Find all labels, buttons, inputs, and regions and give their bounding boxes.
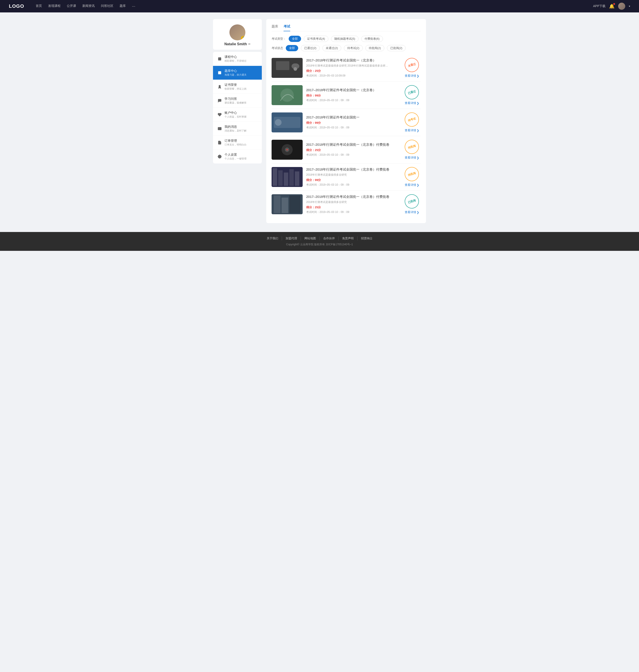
menu-subtitle-settings: 个人信息，一键管理 (224, 157, 258, 160)
tab-question-bank[interactable]: 题库 (271, 25, 278, 31)
svg-point-18 (280, 89, 294, 102)
nav-link-qa[interactable]: 问答社区 (101, 4, 113, 9)
svg-point-25 (286, 149, 288, 150)
menu-title-qbank: 题库中心 (224, 69, 258, 73)
nav-link-news[interactable]: 新闻资讯 (82, 4, 95, 9)
filter-reviewed-status[interactable]: 已批阅(2) (387, 45, 406, 51)
filter-failed-status[interactable]: 未通过(2) (322, 45, 341, 51)
exam-status-3: 待考试 查看详情 ❯ (403, 112, 421, 132)
sidebar-item-orders[interactable]: 订单管理 订单支出，明明白白 (213, 136, 262, 150)
filter-passed-status[interactable]: 已通过(2) (301, 45, 320, 51)
app-download-link[interactable]: APP下载 (593, 4, 606, 8)
exam-thumbnail-4 (271, 140, 302, 160)
status-stamp-review-2: 待批阅 (403, 165, 420, 183)
exam-score-1: 得分：25分 (306, 69, 399, 73)
filter-all-type[interactable]: 全部 (289, 36, 301, 42)
exam-type-label: 考试类型： (271, 37, 286, 41)
footer-link-partner[interactable]: 合作伙伴 (320, 236, 339, 240)
filter-all-status[interactable]: 全部 (286, 45, 298, 51)
sidebar: 🏅 Natalie Smith ✏ 课程中心 精彩课程，不容错过 (213, 19, 262, 223)
nav-links: 首页 发现课程 公开课 新闻资讯 问答社区 题库 ··· (36, 4, 586, 9)
footer-link-disclaimer[interactable]: 免责声明 (339, 236, 357, 240)
sidebar-item-course[interactable]: 课程中心 精彩课程，不容错过 (213, 52, 262, 66)
sidebar-item-messages[interactable]: 我的消息 消息通知，及时了解 (213, 122, 262, 136)
exam-item-1: 2017–2018年行测证件考试全国统一（北京卷） 2018年行测考试是最值得多… (271, 54, 421, 82)
svg-rect-14 (276, 61, 289, 70)
avatar-image (618, 3, 625, 10)
sidebar-item-account[interactable]: 账户中心 个人权益，实时掌握 (213, 108, 262, 122)
profile-badge-icon: 🏅 (241, 36, 245, 40)
status-stamp-reviewed: 已批阅 (403, 193, 420, 210)
menu-text-course: 课程中心 精彩课程，不容错过 (224, 55, 258, 63)
avatar[interactable] (618, 3, 625, 10)
footer-link-sitemap[interactable]: 网站地图 (301, 236, 320, 240)
sidebar-item-qa[interactable]: 学习问答 课后重温，疑难解答 (213, 94, 262, 108)
filter-review-status[interactable]: 待批阅(2) (365, 45, 384, 51)
view-detail-5[interactable]: 查看详情 ❯ (405, 183, 419, 187)
exam-title-6: 2017–2018年行测证件考试全国统一（北京卷）付费批卷 (306, 195, 399, 199)
exam-score-4: 得分：25分 (306, 148, 399, 152)
menu-subtitle-messages: 消息通知，及时了解 (224, 129, 258, 132)
status-stamp-passed: 已通过 (403, 84, 420, 101)
notification-bell[interactable]: 🔔 (609, 3, 614, 9)
exam-time-5: 考试时间：2019–05–03 10：09：09 (306, 183, 399, 187)
top-tabs: 题库 考试 (271, 25, 421, 31)
svg-rect-33 (274, 195, 280, 213)
filter-pending-status[interactable]: 待考试(2) (344, 45, 363, 51)
filter-random-type[interactable]: 随机抽题考试(5) (331, 36, 359, 42)
filter-cert-type[interactable]: 证书类考试(4) (304, 36, 328, 42)
filter-paid-type[interactable]: 付费批卷(6) (361, 36, 383, 42)
nav-link-home[interactable]: 首页 (36, 4, 42, 9)
menu-text-settings: 个人设置 个人信息，一键管理 (224, 153, 258, 160)
footer-link-recruit[interactable]: 招贤纳士 (357, 236, 376, 240)
exam-time-6: 考试时间：2019–05–03 10：09：09 (306, 210, 399, 214)
nav-link-courses[interactable]: 发现课程 (48, 4, 61, 9)
chevron-down-icon[interactable]: ▾ (629, 5, 630, 8)
sidebar-item-settings[interactable]: 个人设置 个人信息，一键管理 (213, 150, 262, 163)
exam-status-filter-row: 考试状态 全部 已通过(2) 未通过(2) 待考试(2) 待批阅(2) 已批阅(… (271, 45, 421, 51)
nav-link-bank[interactable]: 题库 (120, 4, 126, 9)
exam-status-4: 待批阅 查看详情 ❯ (403, 140, 421, 160)
footer-link-agent[interactable]: 加盟代理 (282, 236, 301, 240)
exam-info-3: 2017–2018年行测证件考试全国统一 得分：99分 考试时间：2019–05… (306, 115, 399, 129)
exam-status-2: 已通过 查看详情 ❯ (403, 85, 421, 105)
calendar-icon (217, 57, 222, 61)
sidebar-item-question-bank[interactable]: 题库中心 海量习题，助力通关 (213, 66, 262, 80)
exam-info-4: 2017–2018年行测证件考试全国统一（北京卷）付费批卷 得分：25分 考试时… (306, 143, 399, 157)
view-detail-4[interactable]: 查看详情 ❯ (405, 156, 419, 160)
menu-text-qbank: 题库中心 海量习题，助力通关 (224, 69, 258, 77)
view-detail-6[interactable]: 查看详情 ❯ (405, 210, 419, 214)
menu-text-orders: 订单管理 订单支出，明明白白 (224, 139, 258, 146)
view-detail-2[interactable]: 查看详情 ❯ (405, 101, 419, 105)
view-detail-3[interactable]: 查看详情 ❯ (405, 128, 419, 132)
svg-point-16 (294, 67, 297, 71)
menu-subtitle-orders: 订单支出，明明白白 (224, 143, 258, 146)
top-nav: LOGO 首页 发现课程 公开课 新闻资讯 问答社区 题库 ··· APP下载 … (0, 0, 639, 12)
menu-subtitle-cert: 收获荣耀，持证上岗 (224, 87, 258, 91)
edit-icon[interactable]: ✏ (248, 43, 250, 46)
view-detail-1[interactable]: 查看详情 ❯ (405, 74, 419, 78)
tab-exam[interactable]: 考试 (283, 25, 290, 31)
svg-point-21 (275, 119, 282, 126)
exam-status-1: 未通过 查看详情 ❯ (403, 58, 421, 78)
exam-score-6: 得分：25分 (306, 205, 399, 209)
svg-point-8 (219, 85, 220, 87)
main-content: 题库 考试 考试类型： 全部 证书类考试(4) 随机抽题考试(5) 付费批卷(6… (266, 19, 426, 223)
svg-rect-30 (289, 169, 294, 186)
exam-thumbnail-5 (271, 167, 302, 187)
footer-link-about[interactable]: 关于我们 (263, 236, 282, 240)
nav-link-public[interactable]: 公开课 (67, 4, 76, 9)
exam-thumbnail-2 (271, 85, 302, 105)
exam-info-2: 2017–2018年行测证件考试全国统一（北京卷） 得分：99分 考试时间：20… (306, 88, 399, 102)
status-stamp-review: 待批阅 (403, 138, 420, 156)
exam-desc-6: 2018年行测考试是最值得多去研究 (306, 200, 390, 204)
nav-right: APP下载 🔔 ▾ (593, 3, 630, 10)
gear-icon (217, 154, 222, 159)
nav-more-icon[interactable]: ··· (132, 4, 135, 9)
menu-subtitle-account: 个人权益，实时掌握 (224, 115, 258, 118)
exam-status-5: 待批阅 查看详情 ❯ (403, 167, 421, 187)
footer: 关于我们 加盟代理 网站地图 合作伙伴 免责声明 招贤纳士 Copyright©… (0, 232, 639, 251)
sidebar-item-certificate[interactable]: 证书荣誉 收获荣耀，持证上岗 (213, 80, 262, 94)
award-icon (217, 84, 222, 89)
sidebar-menu: 课程中心 精彩课程，不容错过 题库中心 海量习题，助力通关 (213, 52, 262, 163)
